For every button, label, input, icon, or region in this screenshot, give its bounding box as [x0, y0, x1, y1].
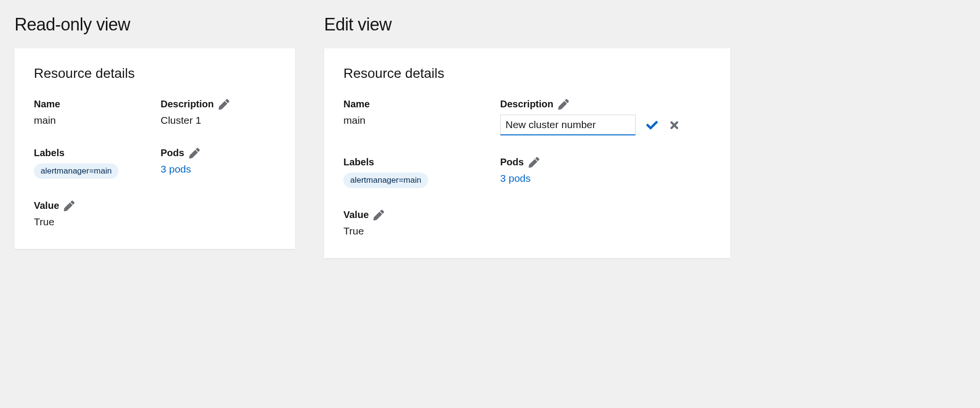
pencil-icon[interactable] — [219, 99, 229, 110]
edit-name-field: Name main — [343, 99, 489, 135]
readonly-value-field: Value True — [34, 200, 149, 228]
readonly-name-label: Name — [34, 99, 149, 110]
readonly-card: Resource details Name main Description C… — [15, 48, 295, 249]
description-input[interactable] — [500, 115, 636, 135]
readonly-section-title: Read-only view — [15, 15, 295, 35]
edit-value-label: Value — [343, 209, 369, 220]
pencil-icon[interactable] — [529, 157, 539, 168]
pencil-icon[interactable] — [558, 99, 569, 110]
readonly-card-title: Resource details — [34, 66, 276, 81]
readonly-pods-link[interactable]: 3 pods — [161, 163, 276, 175]
readonly-name-value: main — [34, 115, 149, 126]
edit-pods-link[interactable]: 3 pods — [500, 173, 711, 184]
pencil-icon[interactable] — [189, 148, 200, 159]
edit-pods-label: Pods — [500, 157, 524, 168]
label-chip: alertmanager=main — [34, 163, 119, 179]
edit-card-title: Resource details — [343, 66, 711, 81]
edit-description-field: Description — [500, 99, 711, 135]
close-icon[interactable] — [668, 119, 680, 131]
readonly-description-field: Description Cluster 1 — [161, 99, 276, 126]
edit-section-title: Edit view — [324, 15, 730, 35]
readonly-value-value: True — [34, 216, 149, 228]
readonly-labels-label: Labels — [34, 147, 149, 159]
edit-pods-field: Pods 3 pods — [500, 157, 711, 188]
edit-card: Resource details Name main Description — [324, 48, 730, 258]
edit-description-label: Description — [500, 99, 553, 110]
readonly-description-value: Cluster 1 — [161, 115, 276, 126]
readonly-name-field: Name main — [34, 99, 149, 126]
readonly-description-label: Description — [161, 99, 214, 110]
pencil-icon[interactable] — [64, 201, 74, 211]
edit-value-value: True — [343, 225, 489, 237]
edit-value-field: Value True — [343, 209, 489, 237]
pencil-icon[interactable] — [373, 210, 384, 220]
check-icon[interactable] — [646, 119, 658, 131]
edit-labels-field: Labels alertmanager=main — [343, 157, 489, 188]
edit-name-value: main — [343, 115, 489, 126]
readonly-pods-field: Pods 3 pods — [161, 147, 276, 179]
edit-name-label: Name — [343, 99, 489, 110]
readonly-labels-field: Labels alertmanager=main — [34, 147, 149, 179]
readonly-pods-label: Pods — [161, 147, 184, 159]
edit-labels-label: Labels — [343, 157, 489, 168]
label-chip: alertmanager=main — [343, 173, 428, 188]
readonly-value-label: Value — [34, 200, 59, 211]
